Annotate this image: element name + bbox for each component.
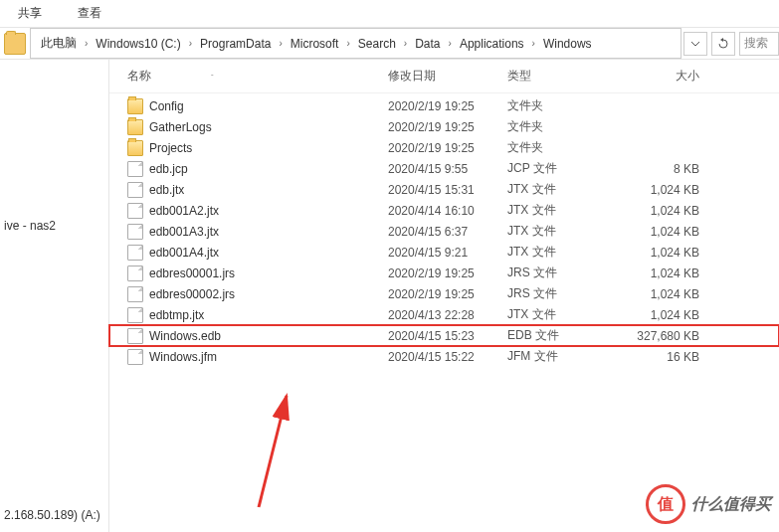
file-row[interactable]: Config2020/2/19 19:25文件夹 — [109, 95, 779, 116]
status-bar: 2.168.50.189) (A:) — [0, 508, 100, 522]
file-icon — [127, 245, 143, 261]
file-row[interactable]: edbres00002.jrs2020/2/19 19:25JRS 文件1,02… — [109, 283, 779, 304]
file-date: 2020/4/15 9:21 — [388, 246, 507, 260]
file-name: edbres00002.jrs — [149, 287, 388, 301]
breadcrumb-segment[interactable]: Windows10 (C:) — [90, 37, 186, 51]
file-icon — [127, 349, 143, 365]
file-name: edbres00001.jrs — [149, 266, 388, 280]
folder-icon — [127, 119, 143, 135]
chevron-right-icon: › — [447, 38, 454, 49]
file-icon — [127, 266, 143, 281]
breadcrumb-segment[interactable]: Microsoft — [285, 37, 345, 51]
column-date[interactable]: 修改日期 — [388, 68, 507, 85]
file-type: JFM 文件 — [507, 348, 617, 365]
file-date: 2020/2/19 19:25 — [388, 266, 507, 280]
file-name: Config — [149, 99, 388, 113]
breadcrumb-segment[interactable]: Applications — [454, 37, 530, 51]
file-type: JTX 文件 — [507, 244, 617, 261]
breadcrumb-segment[interactable]: Windows — [537, 37, 598, 51]
refresh-icon — [717, 38, 729, 50]
file-type: JRS 文件 — [507, 265, 617, 281]
file-row[interactable]: edb001A3.jtx2020/4/15 6:37JTX 文件1,024 KB — [109, 221, 779, 242]
column-size[interactable]: 大小 — [617, 68, 711, 85]
search-input[interactable]: 搜索 — [739, 32, 779, 56]
file-row[interactable]: Windows.jfm2020/4/15 15:22JFM 文件16 KB — [109, 346, 779, 367]
breadcrumb-segment[interactable]: ProgramData — [194, 37, 277, 51]
chevron-right-icon: › — [402, 38, 409, 49]
file-row[interactable]: edb.jcp2020/4/15 9:55JCP 文件8 KB — [109, 158, 779, 179]
breadcrumb-segment[interactable]: Data — [409, 37, 446, 51]
watermark-badge: 值 — [646, 484, 685, 524]
file-row[interactable]: GatherLogs2020/2/19 19:25文件夹 — [109, 116, 779, 137]
breadcrumb-segment[interactable]: 此电脑 — [35, 35, 83, 52]
file-size: 8 KB — [617, 162, 711, 176]
file-date: 2020/2/19 19:25 — [388, 141, 507, 155]
chevron-down-icon — [689, 38, 701, 50]
file-type: 文件夹 — [507, 97, 617, 114]
file-date: 2020/2/19 19:25 — [388, 99, 507, 113]
file-name: edb001A2.jtx — [149, 204, 388, 218]
file-type: JTX 文件 — [507, 223, 617, 240]
file-size: 1,024 KB — [617, 183, 711, 197]
file-name: Windows.jfm — [149, 350, 388, 364]
file-row[interactable]: edb001A2.jtx2020/4/14 16:10JTX 文件1,024 K… — [109, 200, 779, 221]
file-icon — [127, 182, 143, 198]
file-size: 1,024 KB — [617, 204, 711, 218]
file-icon — [127, 307, 143, 323]
address-bar: 此电脑›Windows10 (C:)›ProgramData›Microsoft… — [0, 28, 779, 60]
folder-icon — [127, 98, 143, 114]
file-row[interactable]: edbtmp.jtx2020/4/13 22:28JTX 文件1,024 KB — [109, 304, 779, 325]
file-type: JRS 文件 — [507, 285, 617, 302]
file-name: edb.jcp — [149, 162, 388, 176]
file-date: 2020/4/14 16:10 — [388, 204, 507, 218]
file-name: edb001A3.jtx — [149, 225, 388, 239]
file-date: 2020/4/15 15:31 — [388, 183, 507, 197]
file-size: 327,680 KB — [617, 329, 711, 343]
watermark: 值 什么值得买 — [646, 484, 771, 524]
chevron-right-icon: › — [277, 38, 284, 49]
breadcrumb[interactable]: 此电脑›Windows10 (C:)›ProgramData›Microsoft… — [30, 28, 682, 59]
file-name: GatherLogs — [149, 120, 388, 134]
file-size: 1,024 KB — [617, 246, 711, 260]
watermark-text: 什么值得买 — [691, 494, 771, 515]
svg-line-18 — [259, 396, 287, 507]
file-name: edb001A4.jtx — [149, 246, 388, 260]
file-date: 2020/4/15 9:55 — [388, 162, 507, 176]
file-row[interactable]: Projects2020/2/19 19:25文件夹 — [109, 137, 779, 158]
tab-view[interactable]: 查看 — [70, 1, 109, 26]
breadcrumb-segment[interactable]: Search — [352, 37, 402, 51]
chevron-right-icon: › — [344, 38, 351, 49]
file-row[interactable]: edbres00001.jrs2020/2/19 19:25JRS 文件1,02… — [109, 263, 779, 283]
column-type[interactable]: 类型 — [507, 68, 617, 85]
sidebar-item-drive[interactable]: ive - nas2 — [0, 217, 108, 235]
tab-share[interactable]: 共享 — [10, 1, 50, 26]
annotation-arrow — [219, 378, 338, 517]
refresh-button[interactable] — [683, 32, 707, 56]
column-headers: 名称ˇ 修改日期 类型 大小 — [109, 60, 779, 93]
file-date: 2020/4/13 22:28 — [388, 308, 507, 322]
file-size: 16 KB — [617, 350, 711, 364]
ribbon-toolbar: 共享 查看 — [0, 0, 779, 28]
file-name: Projects — [149, 141, 388, 155]
file-size: 1,024 KB — [617, 266, 711, 280]
file-row[interactable]: Windows.edb2020/4/15 15:23EDB 文件327,680 … — [109, 325, 779, 346]
file-list: 名称ˇ 修改日期 类型 大小 Config2020/2/19 19:25文件夹G… — [109, 60, 779, 532]
file-size: 1,024 KB — [617, 287, 711, 301]
file-type: 文件夹 — [507, 139, 617, 156]
file-date: 2020/2/19 19:25 — [388, 287, 507, 301]
file-row[interactable]: edb001A4.jtx2020/4/15 9:21JTX 文件1,024 KB — [109, 242, 779, 263]
refresh-button[interactable] — [711, 32, 735, 56]
file-name: Windows.edb — [149, 329, 388, 343]
file-type: 文件夹 — [507, 118, 617, 135]
file-row[interactable]: edb.jtx2020/4/15 15:31JTX 文件1,024 KB — [109, 179, 779, 200]
file-icon — [127, 286, 143, 302]
file-date: 2020/2/19 19:25 — [388, 120, 507, 134]
file-size: 1,024 KB — [617, 225, 711, 239]
column-name[interactable]: 名称ˇ — [127, 68, 388, 85]
file-type: EDB 文件 — [507, 327, 617, 344]
chevron-right-icon: › — [530, 38, 537, 49]
file-icon — [127, 224, 143, 240]
folder-icon — [127, 140, 143, 156]
file-name: edb.jtx — [149, 183, 388, 197]
sort-arrow-icon: ˇ — [211, 73, 214, 82]
